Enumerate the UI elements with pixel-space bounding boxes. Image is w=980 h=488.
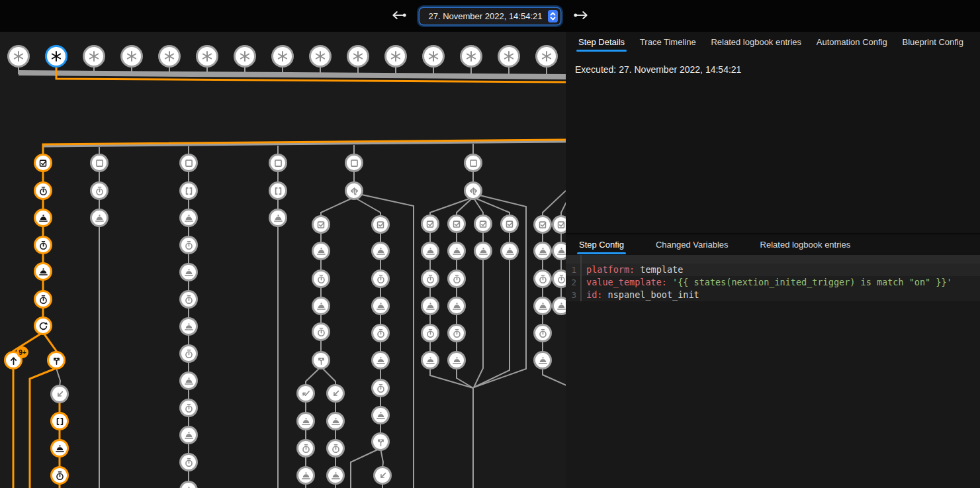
- service-node[interactable]: [179, 263, 198, 281]
- service-node[interactable]: [552, 242, 566, 260]
- tab-automation-config[interactable]: Automation Config: [815, 32, 889, 52]
- timer-node[interactable]: [179, 236, 198, 254]
- condition-checked-node[interactable]: [500, 215, 519, 233]
- service-node[interactable]: [179, 371, 198, 390]
- timer-node[interactable]: [179, 453, 198, 471]
- timer-node[interactable]: [421, 324, 439, 342]
- service-node[interactable]: [312, 297, 330, 315]
- asterisk-node[interactable]: [460, 45, 482, 68]
- timer-node[interactable]: [296, 439, 315, 458]
- condition-checked-node[interactable]: [474, 215, 492, 233]
- condition-checked-node[interactable]: [34, 154, 52, 172]
- condition-node[interactable]: [269, 154, 287, 172]
- arrow-in-node[interactable]: [373, 466, 392, 485]
- condition-checked-node[interactable]: [552, 215, 566, 234]
- service-node[interactable]: [296, 466, 315, 485]
- timer-node[interactable]: [421, 269, 439, 288]
- service-node[interactable]: [296, 412, 315, 430]
- asterisk-node[interactable]: [234, 45, 256, 68]
- asterisk-node[interactable]: [120, 45, 143, 68]
- timer-node[interactable]: [326, 439, 345, 458]
- service-node[interactable]: [447, 351, 466, 369]
- tab-related-logbook-bottom[interactable]: Related logbook entries: [758, 234, 853, 255]
- timer-node[interactable]: [552, 269, 566, 288]
- service-node[interactable]: [34, 209, 52, 227]
- timer-node[interactable]: [179, 290, 198, 309]
- fork-node[interactable]: [371, 432, 390, 451]
- fork-node[interactable]: [312, 351, 330, 369]
- service-node[interactable]: [179, 209, 198, 227]
- service-node[interactable]: [269, 209, 287, 227]
- timer-node[interactable]: [371, 269, 390, 288]
- timer-node[interactable]: [34, 290, 52, 309]
- service-node[interactable]: [447, 242, 466, 260]
- condition-checked-node[interactable]: [371, 215, 390, 234]
- service-node[interactable]: [179, 317, 198, 336]
- timer-node[interactable]: [90, 181, 109, 200]
- timer-node[interactable]: [371, 379, 390, 397]
- service-node[interactable]: [371, 297, 390, 315]
- tab-trace-timeline[interactable]: Trace Timeline: [638, 32, 698, 52]
- service-node[interactable]: [552, 297, 566, 315]
- tab-changed-variables[interactable]: Changed Variables: [654, 234, 731, 255]
- repeat-node[interactable]: [34, 317, 52, 335]
- asterisk-node[interactable]: [498, 45, 520, 68]
- timer-node[interactable]: [312, 322, 330, 341]
- service-node[interactable]: [371, 406, 390, 424]
- choose-node[interactable]: [345, 181, 363, 200]
- tab-step-details[interactable]: Step Details: [576, 32, 627, 52]
- asterisk-node[interactable]: [83, 45, 105, 68]
- service-node[interactable]: [421, 351, 439, 369]
- arrow-up-node[interactable]: 9+: [4, 351, 22, 369]
- previous-run-button[interactable]: [389, 6, 409, 26]
- service-node[interactable]: [474, 242, 492, 260]
- timer-node[interactable]: [50, 466, 69, 485]
- condition-checked-node[interactable]: [447, 215, 466, 233]
- service-node[interactable]: [421, 242, 439, 260]
- condition-node[interactable]: [179, 154, 198, 172]
- fork-node[interactable]: [47, 351, 66, 369]
- asterisk-node[interactable]: [45, 45, 67, 68]
- timer-node[interactable]: [34, 181, 52, 200]
- brackets-node[interactable]: [179, 181, 198, 200]
- asterisk-node[interactable]: [535, 45, 558, 68]
- service-node[interactable]: [326, 412, 345, 430]
- timer-node[interactable]: [533, 269, 552, 288]
- timer-node[interactable]: [371, 324, 390, 342]
- condition-checked-node[interactable]: [312, 215, 330, 234]
- timer-node[interactable]: [447, 269, 466, 288]
- condition-checked-node[interactable]: [533, 215, 552, 234]
- tab-related-logbook[interactable]: Related logbook entries: [709, 32, 803, 52]
- asterisk-node[interactable]: [158, 45, 181, 68]
- condition-node[interactable]: [464, 154, 482, 172]
- run-picker-select[interactable]: 27. November 2022, 14:54:21: [420, 8, 560, 24]
- asterisk-node[interactable]: [7, 45, 30, 68]
- service-node[interactable]: [500, 242, 519, 260]
- asterisk-node[interactable]: [347, 45, 369, 68]
- timer-node[interactable]: [34, 236, 52, 254]
- arrow-check-node[interactable]: [296, 384, 315, 403]
- service-node[interactable]: [326, 466, 345, 485]
- service-node[interactable]: [533, 242, 552, 260]
- service-node[interactable]: [533, 297, 552, 315]
- timer-node[interactable]: [533, 324, 552, 342]
- service-node[interactable]: [179, 426, 198, 444]
- condition-checked-node[interactable]: [421, 215, 439, 233]
- arrow-in-node[interactable]: [50, 385, 69, 403]
- service-node[interactable]: [50, 439, 69, 458]
- asterisk-node[interactable]: [271, 45, 294, 68]
- tab-blueprint-config[interactable]: Blueprint Config: [900, 32, 965, 52]
- asterisk-node[interactable]: [384, 45, 407, 68]
- choose-node[interactable]: [464, 181, 482, 200]
- timer-node[interactable]: [447, 324, 466, 342]
- asterisk-node[interactable]: [309, 45, 332, 68]
- service-node[interactable]: [421, 297, 439, 315]
- service-node[interactable]: [312, 242, 330, 260]
- arrow-in-node[interactable]: [326, 384, 345, 403]
- timer-node[interactable]: [179, 399, 198, 417]
- service-node[interactable]: [90, 209, 109, 227]
- service-node[interactable]: [533, 351, 552, 369]
- service-node[interactable]: [371, 242, 390, 260]
- asterisk-node[interactable]: [422, 45, 445, 68]
- brackets-node[interactable]: [269, 181, 287, 200]
